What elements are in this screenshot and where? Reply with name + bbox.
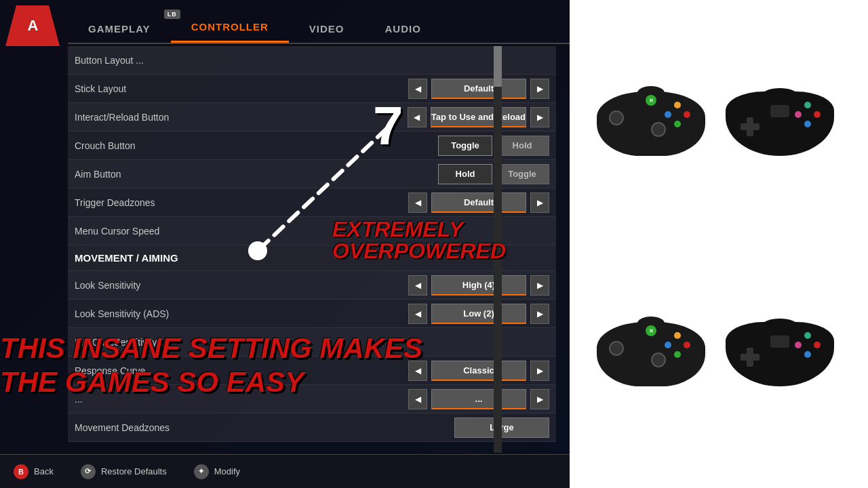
- modify-btn-icon: ✦: [194, 464, 209, 479]
- controllers-bottom-row: ✕: [597, 322, 841, 396]
- row-label-cursor: Menu Cursor Speed: [75, 226, 549, 237]
- ps4-sq-bottom: [795, 342, 802, 348]
- xbox-right-stick-bottom: [651, 352, 666, 367]
- xbox-a-btn-top: [674, 121, 681, 127]
- scrollbar[interactable]: [494, 46, 502, 453]
- xbox-left-stick-top: [609, 110, 624, 125]
- ps4-buttons-bottom: [795, 332, 822, 359]
- response-curve-next[interactable]: ▶: [530, 361, 549, 381]
- xbox-logo-top: ✕: [646, 95, 656, 106]
- look-sens-next[interactable]: ▶: [530, 275, 549, 296]
- xbox-y-btn-bottom: [674, 332, 681, 339]
- aim-hold-btn[interactable]: Hold: [438, 164, 492, 184]
- xbox-x-btn-top: [665, 111, 671, 118]
- ps4-body-bottom: [726, 322, 834, 386]
- ps4-controller-bottom: [726, 322, 841, 396]
- row-label-look-sens: Look Sensitivity: [75, 280, 408, 291]
- settings-content: Button Layout ... Stick Layout ◀ Default…: [68, 46, 556, 442]
- row-look-sensitivity-ads: Look Sensitivity (ADS) ◀ Low (2) ▶: [68, 300, 556, 328]
- extra-controls: ◀ ... ▶: [408, 389, 549, 409]
- row-label-per-optic: Per OpticSensitivity...: [75, 337, 549, 348]
- right-panel: ✕: [570, 0, 868, 488]
- stick-layout-prev[interactable]: ◀: [408, 79, 427, 99]
- back-action[interactable]: B Back: [14, 464, 54, 479]
- row-aim-button: Aim Button Hold Toggle: [68, 160, 556, 188]
- scrollbar-thumb[interactable]: [494, 46, 502, 87]
- ps4-dpad-bottom: [741, 348, 760, 367]
- ps4-dpad-v-bottom: [747, 348, 753, 367]
- row-response-curve: Response Curve ◀ Classic ▶: [68, 357, 556, 385]
- movement-deadzones-value: Large: [454, 418, 549, 438]
- trigger-controls: ◀ Default ▶: [408, 192, 549, 213]
- look-sens-ads-prev[interactable]: ◀: [408, 304, 427, 324]
- apex-logo-text: A: [28, 17, 38, 35]
- xbox-body-top: ✕: [597, 92, 705, 156]
- ps4-x-top: [804, 121, 811, 127]
- trigger-next[interactable]: ▶: [530, 192, 549, 213]
- movement-deadzones-controls: Large: [454, 418, 549, 438]
- crouch-toggle-btn[interactable]: Toggle: [438, 136, 492, 156]
- trigger-value: Default: [431, 192, 526, 213]
- look-sens-ads-controls: ◀ Low (2) ▶: [408, 304, 549, 324]
- look-sens-prev[interactable]: ◀: [408, 275, 427, 296]
- xbox-controller-bottom: ✕: [597, 322, 712, 396]
- aim-toggle-btn[interactable]: Toggle: [495, 164, 549, 184]
- stick-layout-controls: ◀ Default ▶: [408, 79, 549, 99]
- ps4-x-bottom: [804, 351, 811, 358]
- back-label: Back: [34, 466, 54, 476]
- bottom-bar: B Back ⟳ Restore Defaults ✦ Modify: [0, 454, 570, 488]
- row-extra: ... ◀ ... ▶: [68, 385, 556, 413]
- row-look-sensitivity: Look Sensitivity ◀ High (4) ▶: [68, 271, 556, 300]
- xbox-logo-bottom: ✕: [646, 325, 656, 336]
- xbox-b-btn-top: [684, 111, 690, 118]
- interact-reload-prev[interactable]: ◀: [408, 107, 427, 127]
- section-label-movement: MOVEMENT / AIMING: [75, 252, 549, 264]
- row-movement-section: MOVEMENT / AIMING: [68, 245, 556, 271]
- response-curve-controls: ◀ Classic ▶: [408, 361, 549, 381]
- extra-prev[interactable]: ◀: [408, 389, 427, 409]
- row-trigger-deadzones: Trigger Deadzones ◀ Default ▶: [68, 188, 556, 217]
- xbox-buttons-top: [665, 102, 692, 129]
- look-sens-controls: ◀ High (4) ▶: [408, 275, 549, 296]
- tab-audio[interactable]: AUDIO: [365, 15, 441, 43]
- tab-controller[interactable]: LB CONTROLLER: [171, 13, 289, 43]
- row-label-trigger: Trigger Deadzones: [75, 197, 408, 208]
- look-sens-value: High (4): [431, 275, 526, 296]
- restore-btn-icon: ⟳: [81, 464, 96, 479]
- xbox-y-btn-top: [674, 102, 681, 108]
- xbox-a-btn-bottom: [674, 351, 681, 358]
- tab-navigation: GAMEPLAY LB CONTROLLER VIDEO AUDIO: [68, 0, 570, 44]
- stick-layout-next[interactable]: ▶: [530, 79, 549, 99]
- look-sens-ads-value: Low (2): [431, 304, 526, 324]
- interact-reload-next[interactable]: ▶: [530, 107, 549, 127]
- ps4-tri-bottom: [804, 332, 811, 339]
- extra-value: ...: [431, 389, 526, 409]
- interact-reload-value: Tap to Use and Reload: [431, 107, 526, 127]
- xbox-right-stick-top: [651, 122, 666, 137]
- interact-reload-controls: ◀ Tap to Use and Reload ▶: [408, 107, 549, 127]
- game-panel: A GAMEPLAY LB CONTROLLER VIDEO AUDIO But…: [0, 0, 570, 488]
- ps4-sq-top: [795, 111, 802, 118]
- ps4-tri-top: [804, 102, 811, 108]
- tab-gameplay[interactable]: GAMEPLAY: [68, 15, 171, 43]
- response-curve-value: Classic: [431, 361, 526, 381]
- ps4-touchpad-top: [770, 105, 789, 117]
- xbox-b-btn-bottom: [684, 342, 690, 348]
- stick-layout-value: Default: [431, 79, 526, 99]
- modify-action[interactable]: ✦ Modify: [194, 464, 240, 479]
- row-label-look-sens-ads: Look Sensitivity (ADS): [75, 308, 408, 319]
- lb-badge: LB: [164, 9, 180, 19]
- row-menu-cursor: Menu Cursor Speed: [68, 217, 556, 245]
- trigger-prev[interactable]: ◀: [408, 192, 427, 213]
- row-label-response-curve: Response Curve: [75, 365, 408, 376]
- ps4-ci-top: [814, 111, 821, 118]
- response-curve-prev[interactable]: ◀: [408, 361, 427, 381]
- look-sens-ads-next[interactable]: ▶: [530, 304, 549, 324]
- row-stick-layout: Stick Layout ◀ Default ▶: [68, 75, 556, 103]
- row-label-movement-deadzones: Movement Deadzones: [75, 422, 454, 433]
- row-per-optic: Per OpticSensitivity...: [68, 328, 556, 357]
- tab-video[interactable]: VIDEO: [289, 15, 365, 43]
- extra-next[interactable]: ▶: [530, 389, 549, 409]
- restore-defaults-action[interactable]: ⟳ Restore Defaults: [81, 464, 167, 479]
- crouch-hold-btn[interactable]: Hold: [495, 136, 549, 156]
